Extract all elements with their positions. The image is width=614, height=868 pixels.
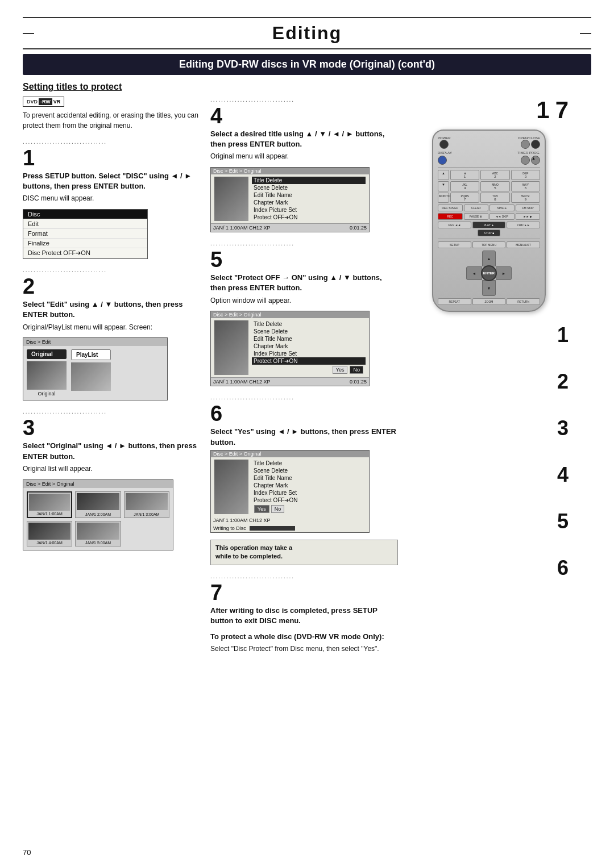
thumb-3: [126, 493, 168, 510]
step6-menu: Title Delete Scene Delete Edit Title Nam…: [252, 460, 366, 514]
step5-breadcrumb: Disc > Edit > Original: [211, 311, 369, 318]
thumb-5: [77, 523, 119, 540]
step6-thumb-preview: [214, 460, 248, 514]
step5-bottom: JAN/ 1 1:00AM CH12 XP 0:01:25: [211, 377, 369, 386]
skip-back-btn[interactable]: ◄◄ SKIP: [489, 213, 515, 220]
open-close-button[interactable]: [521, 140, 530, 149]
thumb-label-5: JAN/1 5:00AM: [77, 541, 119, 545]
step4-sub: Original menu will appear.: [210, 152, 398, 161]
original-btn: Original: [27, 349, 67, 359]
num-btn-mno5[interactable]: MNO5: [480, 181, 509, 191]
middle-column: ............................... 4 Select…: [210, 97, 398, 862]
step6-screen: Disc > Edit > Original Title Delete Scen…: [210, 450, 370, 533]
nav-up-btn[interactable]: ▲: [438, 170, 449, 180]
top-menu-btn[interactable]: TOP MENU: [472, 241, 506, 248]
step3-instruction: Select "Original" using ◄ / ► buttons, t…: [23, 441, 199, 461]
num-btn-pqrs7[interactable]: PQRS7: [450, 193, 479, 203]
page-title: Editing: [272, 23, 342, 43]
step1-dots: ...............................: [23, 139, 199, 145]
number-grid-wrap: ▲ ⊕1 ABC2 DEF3 ▼ JKL4 MNO5 WXY6 MONITOR …: [438, 170, 540, 203]
rec-speed-row: REC SPEED CLEAR SPACE CM SKIP: [438, 205, 540, 211]
dpad-right-button[interactable]: ►: [496, 266, 512, 280]
play-btn[interactable]: PLAY ►: [472, 222, 506, 228]
note-line2: while to be completed.: [215, 553, 283, 560]
zoom-btn[interactable]: ZOOM: [472, 298, 506, 305]
skip-fwd-btn[interactable]: ►► ▶: [516, 213, 541, 220]
pause-btn[interactable]: PAUSE ⏸: [464, 213, 489, 220]
space-btn[interactable]: SPACE: [489, 205, 515, 211]
right-column: 1 7 POWER OPEN/CLOSE: [409, 97, 569, 862]
num-btn-1[interactable]: ⊕1: [450, 170, 479, 180]
original-thumbnail: [27, 361, 67, 390]
rec-speed-btn[interactable]: REC SPEED: [438, 205, 463, 211]
step4-bottom-right: 0:01:25: [350, 225, 367, 231]
power-button[interactable]: [439, 140, 449, 149]
step3-dots: ...............................: [23, 408, 199, 415]
rec-row: REC PAUSE ⏸ ◄◄ SKIP ►► ▶: [438, 213, 540, 220]
display-button[interactable]: [438, 156, 447, 165]
rev-btn[interactable]: REV ◄◄: [438, 222, 471, 228]
dpad-up-button[interactable]: ▲: [482, 251, 496, 266]
repeat-btn[interactable]: REPEAT: [438, 298, 471, 305]
thumb-label-3: JAN/1 3:00AM: [126, 512, 168, 516]
s5-title-delete: Title Delete: [252, 320, 366, 328]
num-btn-jkl4[interactable]: JKL4: [450, 181, 479, 191]
num-btn-wxyz9[interactable]: WXYZ9: [511, 193, 540, 203]
timer-btn1[interactable]: [521, 156, 530, 165]
fwd-btn[interactable]: FWD ►►: [507, 222, 540, 228]
dpad-left-button[interactable]: ◄: [466, 266, 482, 280]
clear-btn[interactable]: CLEAR: [464, 205, 489, 211]
nav-down-btn[interactable]: ▼: [438, 181, 449, 191]
step2-number: 2: [23, 276, 199, 297]
num-btn-tuv8[interactable]: TUV8: [480, 193, 509, 203]
cm-skip-btn[interactable]: CM SKIP: [516, 205, 541, 211]
step6-body: Title Delete Scene Delete Edit Title Nam…: [211, 457, 369, 516]
menu-protect: Protect OFF➔ON: [252, 214, 366, 221]
step5-menu: Title Delete Scene Delete Edit Title Nam…: [252, 320, 366, 375]
step2-col1: Original Original: [27, 349, 67, 397]
step5-instruction: Select "Protect OFF → ON" using ▲ / ▼ bu…: [210, 273, 398, 293]
s6-scene-delete: Scene Delete: [252, 467, 366, 474]
right-num-1: 1: [536, 97, 549, 124]
stop-btn[interactable]: STOP ■: [478, 229, 500, 236]
menu-list-btn[interactable]: MENU/LIST: [507, 241, 540, 248]
dvd-label: DVD: [27, 99, 38, 105]
step7-instruction: After writing to disc is completed, pres…: [210, 606, 398, 626]
dpad-down-button[interactable]: ▼: [482, 280, 496, 296]
bottom-btns: REPEAT ZOOM RETURN: [438, 298, 540, 305]
disc-menu-item-finalize: Finalize: [23, 239, 147, 248]
num-btn-def3[interactable]: DEF3: [511, 170, 540, 180]
num-btn-abc2[interactable]: ABC2: [480, 170, 509, 180]
num-btn-wxy6[interactable]: WXY6: [511, 181, 540, 191]
rec-btn[interactable]: REC: [438, 213, 463, 220]
step5-body: Title Delete Scene Delete Edit Title Nam…: [211, 318, 369, 377]
num-row1: ▲ ⊕1 ABC2 DEF3: [438, 170, 540, 180]
step4-bottom-left: JAN/ 1 1:00AM CH12 XP: [213, 225, 271, 231]
timer-btns: ▲: [521, 156, 540, 165]
timer-btn2[interactable]: ▲: [531, 156, 540, 165]
step4-screen-body: Title Delete Scene Delete Edit Title Nam…: [211, 174, 369, 223]
s5-scene-delete: Scene Delete: [252, 328, 366, 335]
return-btn[interactable]: RETURN: [507, 298, 540, 305]
list-item-2: JAN/1 2:00AM: [75, 491, 121, 518]
dpad: ▲ ▼ ◄ ► ENTER: [466, 251, 512, 296]
note-line1: This operation may take a: [215, 544, 292, 551]
vr-logo: DVD -RW VR: [23, 97, 64, 107]
stop-group: STOP ■: [438, 229, 540, 236]
s6-protect-options: Yes No: [252, 504, 366, 514]
monitor-btn[interactable]: MONITOR: [438, 193, 449, 203]
thumb-2: [77, 493, 119, 510]
page-number: 70: [23, 848, 31, 857]
open-close-button2[interactable]: [531, 140, 540, 149]
playlist-thumbnail: [71, 362, 111, 391]
step1-disc-menu: Disc Edit Format Finalize Disc Protect O…: [23, 209, 148, 259]
setup-btn[interactable]: SETUP: [438, 241, 471, 248]
menu-edit-title-name: Edit Title Name: [252, 191, 366, 199]
menu-scene-delete: Scene Delete: [252, 184, 366, 191]
sidebar-num-5: 5: [557, 510, 569, 533]
enter-button[interactable]: ENTER: [481, 265, 497, 281]
page: Editing Editing DVD-RW discs in VR mode …: [0, 0, 614, 868]
menu-title-delete: Title Delete: [252, 177, 366, 184]
display-label: DISPLAY: [438, 151, 452, 155]
s6-chapter: Chapter Mark: [252, 482, 366, 489]
